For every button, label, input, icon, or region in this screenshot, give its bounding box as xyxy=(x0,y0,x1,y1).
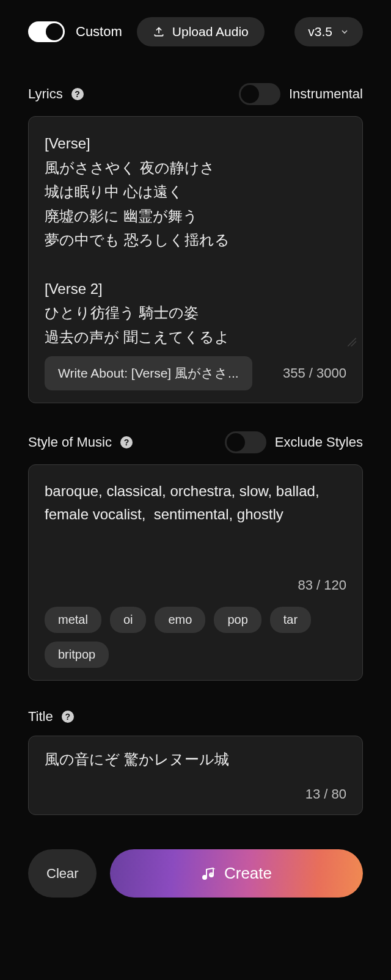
upload-audio-label: Upload Audio xyxy=(172,24,249,39)
instrumental-label: Instrumental xyxy=(289,86,363,102)
custom-label: Custom xyxy=(76,24,122,40)
toggle-knob xyxy=(241,85,259,103)
style-label: Style of Music xyxy=(28,434,112,450)
lyrics-label: Lyrics xyxy=(28,86,63,102)
create-label: Create xyxy=(224,864,272,883)
music-note-icon xyxy=(201,866,216,881)
version-label: v3.5 xyxy=(308,24,332,39)
style-chip[interactable]: britpop xyxy=(45,642,109,668)
version-select[interactable]: v3.5 xyxy=(294,17,363,46)
style-chip[interactable]: emo xyxy=(155,607,205,633)
lyrics-panel: Write About: [Verse] 風がささ... 355 / 3000 xyxy=(28,116,363,403)
upload-icon xyxy=(153,26,165,38)
title-header: Title ? xyxy=(28,709,363,725)
top-bar: Custom Upload Audio v3.5 xyxy=(28,17,363,46)
svg-point-3 xyxy=(210,874,213,877)
chevron-down-icon xyxy=(340,27,349,37)
upload-audio-button[interactable]: Upload Audio xyxy=(137,17,265,46)
toggle-knob xyxy=(227,433,245,452)
toggle-knob xyxy=(46,23,63,40)
style-chip[interactable]: oi xyxy=(110,607,147,633)
style-suggestion-row: metal oi emo pop tar britpop xyxy=(45,607,346,668)
style-panel: 83 / 120 metal oi emo pop tar britpop xyxy=(28,464,363,681)
lyrics-textarea[interactable] xyxy=(45,131,346,351)
style-chip[interactable]: metal xyxy=(45,607,101,633)
exclude-styles-toggle[interactable] xyxy=(225,431,266,453)
style-header: Style of Music ? Exclude Styles xyxy=(28,431,363,453)
action-row: Clear Create xyxy=(28,849,363,898)
style-counter: 83 / 120 xyxy=(298,577,346,593)
lyrics-help-icon[interactable]: ? xyxy=(71,88,84,100)
title-help-icon[interactable]: ? xyxy=(62,711,74,723)
lyrics-counter: 355 / 3000 xyxy=(283,365,346,381)
custom-toggle[interactable] xyxy=(28,21,65,42)
lyrics-max: 3000 xyxy=(316,365,346,381)
style-count: 83 xyxy=(298,577,312,593)
exclude-styles-label: Exclude Styles xyxy=(275,434,363,450)
style-max: 120 xyxy=(324,577,346,593)
svg-point-2 xyxy=(203,876,206,879)
write-about-button[interactable]: Write About: [Verse] 風がささ... xyxy=(45,356,252,390)
title-label: Title xyxy=(28,709,53,725)
style-chip[interactable]: tar xyxy=(270,607,311,633)
title-max: 80 xyxy=(332,786,346,802)
lyrics-count: 355 xyxy=(283,365,305,381)
lyrics-header: Lyrics ? Instrumental xyxy=(28,83,363,105)
style-chip[interactable]: pop xyxy=(214,607,261,633)
title-counter: 13 / 80 xyxy=(305,786,346,802)
resize-handle-icon xyxy=(348,338,356,346)
style-help-icon[interactable]: ? xyxy=(120,436,133,448)
clear-button[interactable]: Clear xyxy=(28,849,97,898)
instrumental-toggle[interactable] xyxy=(239,83,280,105)
style-textarea[interactable] xyxy=(45,480,346,571)
title-count: 13 xyxy=(305,786,320,802)
title-panel: 13 / 80 xyxy=(28,736,363,815)
create-button[interactable]: Create xyxy=(110,849,363,898)
title-input[interactable] xyxy=(45,751,346,768)
